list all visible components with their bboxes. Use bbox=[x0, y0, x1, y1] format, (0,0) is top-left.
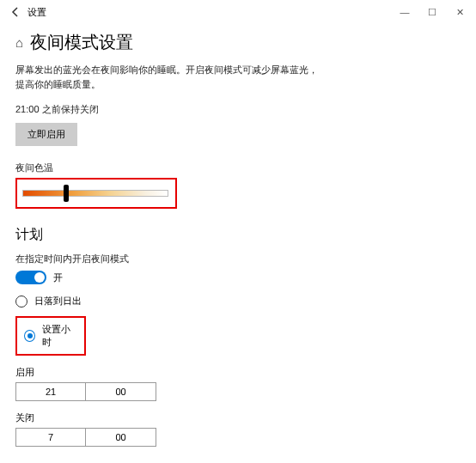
slider-thumb[interactable] bbox=[64, 185, 69, 202]
titlebar: 设置 — ☐ ✕ bbox=[0, 0, 476, 24]
radio-sunset-row[interactable]: 日落到日出 bbox=[15, 295, 461, 308]
radio-hours[interactable] bbox=[24, 330, 35, 342]
minimize-button[interactable]: — bbox=[399, 7, 411, 18]
schedule-toggle-row: 开 bbox=[15, 271, 461, 284]
on-time-row: 21 00 bbox=[15, 382, 461, 401]
page-title: 夜间模式设置 bbox=[30, 31, 133, 54]
color-temp-highlight bbox=[15, 178, 177, 209]
page-header: ⌂ 夜间模式设置 bbox=[15, 31, 461, 54]
schedule-toggle-label: 在指定时间内开启夜间模式 bbox=[15, 253, 461, 265]
home-icon[interactable]: ⌂ bbox=[15, 35, 23, 50]
schedule-heading: 计划 bbox=[15, 226, 461, 244]
radio-sunset-label: 日落到日出 bbox=[34, 295, 82, 308]
toggle-state-label: 开 bbox=[53, 271, 63, 284]
off-time-label: 关闭 bbox=[15, 411, 461, 424]
on-min-field[interactable]: 00 bbox=[86, 382, 156, 401]
off-min-field[interactable]: 00 bbox=[86, 428, 156, 447]
content-area: ⌂ 夜间模式设置 屏幕发出的蓝光会在夜间影响你的睡眠。开启夜间模式可减少屏幕蓝光… bbox=[0, 24, 476, 447]
back-button[interactable] bbox=[5, 2, 26, 22]
toggle-knob bbox=[34, 272, 45, 283]
on-time-label: 启用 bbox=[15, 366, 461, 379]
maximize-button[interactable]: ☐ bbox=[426, 7, 438, 18]
slider-track bbox=[22, 190, 168, 197]
description: 屏幕发出的蓝光会在夜间影响你的睡眠。开启夜间模式可减少屏幕蓝光， 提高你的睡眠质… bbox=[15, 63, 461, 91]
status-text: 21:00 之前保持关闭 bbox=[15, 103, 461, 116]
on-hour-field[interactable]: 21 bbox=[15, 382, 86, 401]
schedule-toggle[interactable] bbox=[15, 271, 46, 284]
off-time-row: 7 00 bbox=[15, 428, 461, 447]
window-title: 设置 bbox=[27, 6, 46, 19]
radio-hours-label: 设置小时 bbox=[42, 323, 77, 349]
desc-line-2: 提高你的睡眠质量。 bbox=[15, 79, 101, 89]
close-button[interactable]: ✕ bbox=[454, 7, 466, 18]
window-controls: — ☐ ✕ bbox=[399, 7, 471, 18]
color-temp-label: 夜间色温 bbox=[15, 161, 461, 174]
color-temp-slider[interactable] bbox=[22, 186, 168, 200]
radio-sunset[interactable] bbox=[15, 295, 27, 308]
radio-hours-highlight: 设置小时 bbox=[15, 316, 86, 356]
enable-now-button[interactable]: 立即启用 bbox=[15, 123, 77, 146]
off-hour-field[interactable]: 7 bbox=[15, 428, 86, 447]
desc-line-1: 屏幕发出的蓝光会在夜间影响你的睡眠。开启夜间模式可减少屏幕蓝光， bbox=[15, 64, 318, 75]
